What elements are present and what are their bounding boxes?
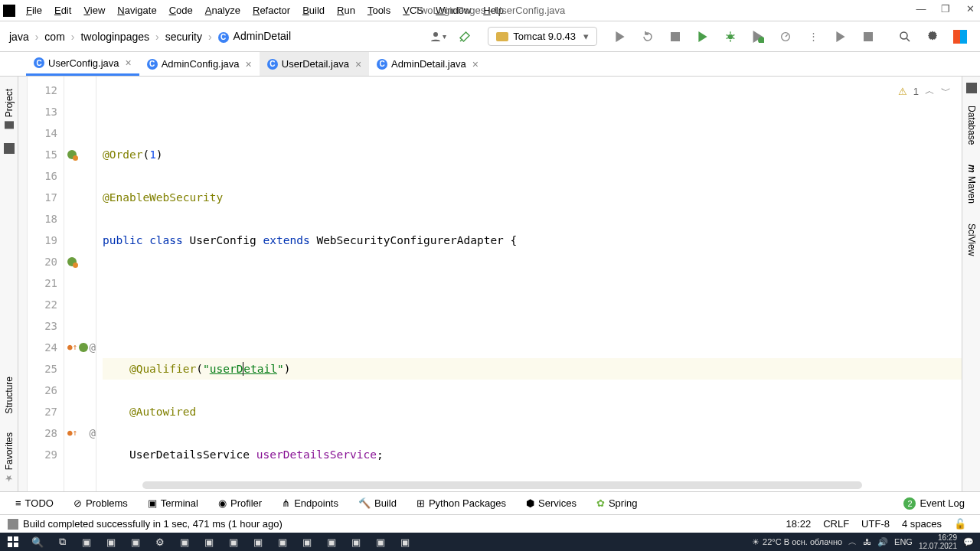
endpoints-tool[interactable]: ⋔Endpoints xyxy=(274,492,346,514)
menu-navigate[interactable]: Navigate xyxy=(111,2,162,18)
services-tool[interactable]: ⬢Services xyxy=(518,492,584,514)
taskbar-app[interactable]: ▣ xyxy=(124,533,147,550)
close-tab-icon[interactable]: × xyxy=(355,58,361,70)
menu-refactor[interactable]: Refactor xyxy=(247,2,296,18)
tab-adminconfig[interactable]: CAdminConfig.java× xyxy=(139,52,260,76)
structure-tool[interactable]: Structure xyxy=(2,369,17,422)
hammer-build-icon[interactable] xyxy=(453,25,476,48)
terminal-tool[interactable]: ▣Terminal xyxy=(140,492,206,514)
python-packages-tool[interactable]: ⊞Python Packages xyxy=(409,492,514,514)
bean-icon[interactable] xyxy=(67,257,77,266)
tray-language[interactable]: ENG xyxy=(894,537,913,546)
run-button[interactable] xyxy=(609,25,632,48)
annotation-gutter-icon[interactable]: @ xyxy=(90,422,96,444)
taskbar-app[interactable]: ▣ xyxy=(345,533,368,550)
stop-button[interactable] xyxy=(664,25,687,48)
editor[interactable]: 121314151617181920212223242526272829 ●↑@… xyxy=(18,77,962,491)
debug-button[interactable] xyxy=(719,25,742,48)
tray-clock[interactable]: 16:2912.07.2021 xyxy=(919,533,957,550)
tray-network-icon[interactable]: 🖧 xyxy=(863,537,871,546)
profiler-tool[interactable]: ◉Profiler xyxy=(211,492,270,514)
search-button[interactable] xyxy=(893,25,916,48)
line-separator[interactable]: CRLF xyxy=(817,518,855,530)
todo-tool[interactable]: ≡TODO xyxy=(8,492,61,514)
system-tray[interactable]: ︿ 🖧 🔊 ENG 16:2912.07.2021 💬 xyxy=(848,533,978,550)
close-button[interactable]: ✕ xyxy=(963,2,977,15)
maven-tool[interactable]: mMaven xyxy=(964,157,979,211)
tray-notifications-icon[interactable]: 💬 xyxy=(963,537,974,547)
weather-widget[interactable]: ☀22°C В осн. облачно xyxy=(747,533,847,550)
taskbar-app[interactable]: ▣ xyxy=(198,533,220,550)
event-log-tool[interactable]: 2Event Log xyxy=(896,492,972,514)
more-run-button[interactable]: ⋮ xyxy=(802,25,825,48)
encoding[interactable]: UTF-8 xyxy=(855,518,896,530)
code-area[interactable]: @Order(1) @EnableWebSecurity public clas… xyxy=(96,77,962,491)
menu-run[interactable]: Run xyxy=(331,2,361,18)
breadcrumb-item[interactable]: CAdminDetail xyxy=(215,30,297,43)
tray-volume-icon[interactable]: 🔊 xyxy=(877,537,888,547)
override-up-icon[interactable]: ●↑ xyxy=(67,337,77,358)
user-icon[interactable]: ▾ xyxy=(426,25,449,48)
menu-edit[interactable]: Edit xyxy=(48,2,77,18)
coverage-button[interactable] xyxy=(746,25,769,48)
folder-icon[interactable] xyxy=(4,143,15,154)
taskbar-app[interactable]: ▣ xyxy=(369,533,392,550)
taskbar-app[interactable]: ▣ xyxy=(394,533,416,550)
close-tab-icon[interactable]: × xyxy=(126,57,132,69)
taskbar-app[interactable]: ▣ xyxy=(320,533,343,550)
status-icon[interactable] xyxy=(8,519,18,530)
settings-button[interactable] xyxy=(921,25,944,48)
taskbar-app[interactable]: ▣ xyxy=(296,533,318,550)
play-button[interactable] xyxy=(829,25,852,48)
menu-file[interactable]: File xyxy=(20,2,48,18)
horizontal-scrollbar[interactable] xyxy=(142,481,862,489)
tab-userconfig[interactable]: CUserConfig.java× xyxy=(26,52,139,76)
breadcrumb-item[interactable]: java xyxy=(6,31,32,43)
menu-analyze[interactable]: Analyze xyxy=(199,2,247,18)
project-tool[interactable]: Project xyxy=(2,81,17,137)
taskbar-app[interactable]: ▣ xyxy=(222,533,245,550)
next-highlight-icon[interactable]: ﹀ xyxy=(941,84,951,98)
taskbar-app[interactable]: ▣ xyxy=(247,533,270,550)
favorites-tool[interactable]: ★Favorites xyxy=(2,425,17,491)
close-tab-icon[interactable]: × xyxy=(472,58,479,70)
task-view-icon[interactable]: ⧉ xyxy=(51,533,74,550)
close-tab-icon[interactable]: × xyxy=(246,58,252,70)
menu-view[interactable]: View xyxy=(77,2,111,18)
menu-tools[interactable]: Tools xyxy=(361,2,397,18)
override-up-icon[interactable]: ●↑ xyxy=(67,422,77,444)
bean-icon[interactable] xyxy=(79,343,87,352)
search-taskbar-icon[interactable]: 🔍 xyxy=(26,533,49,550)
problems-tool[interactable]: ⊘Problems xyxy=(66,492,136,514)
sciview-tool[interactable]: SciView xyxy=(964,216,979,263)
minimize-button[interactable]: — xyxy=(914,2,928,15)
database-tool[interactable]: Database xyxy=(964,98,979,152)
breadcrumb-item[interactable]: security xyxy=(162,31,205,43)
implements-icon[interactable] xyxy=(67,150,77,159)
tab-userdetail[interactable]: CUserDetail.java× xyxy=(260,52,369,76)
build-tool[interactable]: 🔨Build xyxy=(351,492,404,514)
tab-admindetail[interactable]: CAdminDetail.java× xyxy=(369,52,486,76)
run-config-selector[interactable]: Tomcat 9.0.43 ▾ xyxy=(488,27,597,46)
rerun-button[interactable] xyxy=(636,25,659,48)
indent[interactable]: 4 spaces xyxy=(896,518,948,530)
breadcrumb-item[interactable]: com xyxy=(41,31,67,43)
profile-button[interactable] xyxy=(774,25,797,48)
tray-chevron-icon[interactable]: ︿ xyxy=(848,536,857,548)
stop2-button[interactable] xyxy=(857,25,880,48)
taskbar-app[interactable]: ▣ xyxy=(173,533,196,550)
inspections-widget[interactable]: ⚠ 1 ︿ ﹀ xyxy=(898,84,951,98)
taskbar-app[interactable]: ▣ xyxy=(100,533,122,550)
maximize-button[interactable]: ❐ xyxy=(939,2,952,15)
gutter-icons[interactable]: ●↑@ ●↑@ xyxy=(64,77,96,491)
start-button[interactable] xyxy=(2,533,24,550)
prev-highlight-icon[interactable]: ︿ xyxy=(925,84,935,98)
annotation-gutter-icon[interactable]: @ xyxy=(90,337,96,358)
menu-build[interactable]: Build xyxy=(296,2,331,18)
taskbar-app[interactable]: ⚙ xyxy=(149,533,172,550)
ide-icon[interactable] xyxy=(949,25,972,48)
line-gutter[interactable]: 121314151617181920212223242526272829 xyxy=(28,77,64,491)
taskbar-app[interactable]: ▣ xyxy=(271,533,294,550)
breadcrumb-item[interactable]: twologinpages xyxy=(77,31,152,43)
caret-position[interactable]: 18:22 xyxy=(780,518,818,530)
